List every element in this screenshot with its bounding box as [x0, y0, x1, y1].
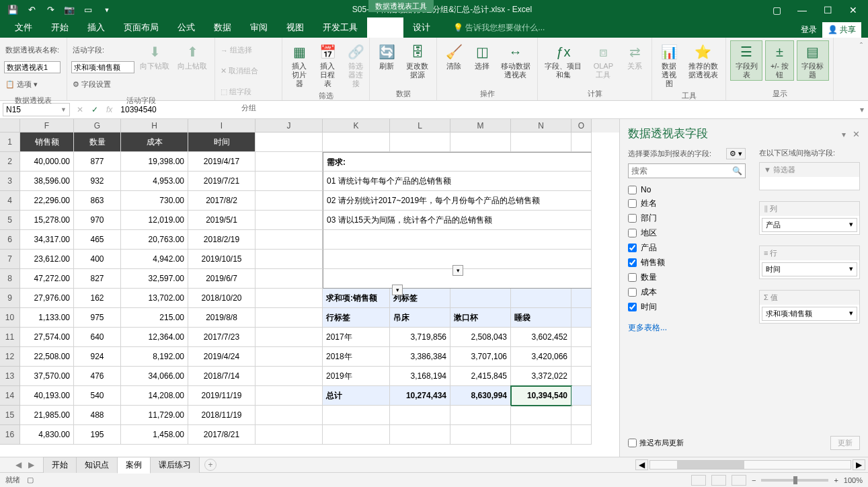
cell[interactable]: 924: [74, 347, 121, 367]
area-val-item[interactable]: 求和项:销售额▾: [762, 307, 857, 321]
cell[interactable]: 863: [74, 191, 121, 211]
insert-slicer-button[interactable]: ▦插入切片器: [286, 40, 312, 89]
select-button[interactable]: ◫选择: [469, 40, 495, 72]
tab-formula[interactable]: 公式: [168, 17, 204, 38]
header-I[interactable]: 时间: [188, 133, 255, 152]
row-header-10[interactable]: 10: [0, 308, 20, 328]
cell[interactable]: 2017/8/21: [188, 425, 255, 445]
pivot-val[interactable]: 2,415,845: [450, 367, 511, 386]
field-产品[interactable]: 产品: [628, 242, 746, 254]
hscroll-right-icon[interactable]: ▶: [853, 459, 865, 470]
pivot-value-label[interactable]: 求和项:销售额: [323, 289, 390, 308]
tell-me[interactable]: 💡 告诉我您想要做什么...: [444, 18, 554, 38]
field-search[interactable]: 🔍: [628, 163, 746, 178]
col-header-N[interactable]: N: [511, 119, 571, 133]
field-地区[interactable]: 地区: [628, 227, 746, 239]
field-search-input[interactable]: [631, 166, 732, 176]
cell[interactable]: 14,208.00: [121, 386, 188, 406]
field-姓名[interactable]: 姓名: [628, 198, 746, 209]
cell[interactable]: [255, 328, 323, 347]
cell[interactable]: 1,133.00: [20, 308, 74, 328]
cell[interactable]: [323, 406, 390, 425]
pivot-val[interactable]: 3,168,194: [390, 367, 450, 386]
minimize-icon[interactable]: —: [790, 3, 814, 17]
cell[interactable]: 2017/8/2: [188, 191, 255, 211]
row-header-8[interactable]: 8: [0, 269, 20, 289]
cell[interactable]: [255, 269, 323, 289]
row-header-13[interactable]: 13: [0, 367, 20, 386]
cell[interactable]: 2018/2/19: [188, 230, 255, 250]
pivot-chart-button[interactable]: 📊数据透视图: [656, 40, 682, 89]
notes-l1[interactable]: 01 请统计每年每个产品的总销售额: [323, 172, 592, 191]
tab-design[interactable]: 设计: [403, 17, 440, 38]
field-settings-button[interactable]: ⚙ 字段设置: [71, 75, 134, 94]
zoom-value[interactable]: 100%: [844, 476, 863, 484]
cell[interactable]: 37,570.00: [20, 367, 74, 386]
cell[interactable]: 12,364.00: [121, 328, 188, 347]
cell[interactable]: 975: [74, 308, 121, 328]
pivot-row-2[interactable]: 2019年: [323, 367, 390, 386]
sheet-tab-1[interactable]: 开始: [43, 457, 77, 473]
confirm-icon[interactable]: ✓: [87, 105, 102, 114]
notes-title[interactable]: 需求:: [323, 152, 592, 172]
ribbon-collapse-icon[interactable]: ˆ: [855, 38, 868, 100]
sheet-tab-3[interactable]: 案例: [117, 457, 151, 474]
cell[interactable]: [255, 250, 323, 269]
cell[interactable]: 932: [74, 172, 121, 191]
row-header-9[interactable]: 9: [0, 289, 20, 308]
cell[interactable]: 34,066.00: [121, 367, 188, 386]
area-columns[interactable]: ‖ 列 产品▾: [759, 201, 860, 235]
cell[interactable]: 13,702.00: [121, 289, 188, 308]
cell[interactable]: 22,296.00: [20, 191, 74, 211]
col-header-H[interactable]: H: [121, 119, 188, 133]
cell[interactable]: 215.00: [121, 308, 188, 328]
pivot-row-1[interactable]: 2018年: [323, 347, 390, 367]
cell[interactable]: 40,000.00: [20, 152, 74, 172]
cell[interactable]: 12,019.00: [121, 211, 188, 230]
cell[interactable]: 730.00: [121, 191, 188, 211]
more-tables-link[interactable]: 更多表格...: [628, 322, 746, 334]
sheet-nav-prev-icon[interactable]: ◀: [13, 460, 24, 470]
view-layout-icon[interactable]: [711, 475, 726, 486]
cell[interactable]: 27,574.00: [20, 328, 74, 347]
cell[interactable]: [390, 406, 450, 425]
cell[interactable]: [511, 289, 571, 308]
cell[interactable]: [255, 386, 323, 406]
login-link[interactable]: 登录: [801, 24, 817, 36]
undo-icon[interactable]: ↶: [24, 3, 39, 17]
share-button[interactable]: 👤 共享: [822, 22, 861, 38]
cell[interactable]: 195: [74, 425, 121, 445]
row-header-1[interactable]: 1: [0, 133, 20, 152]
cell[interactable]: [450, 289, 511, 308]
tab-view[interactable]: 视图: [277, 17, 313, 38]
cell[interactable]: [390, 133, 450, 152]
cell[interactable]: 488: [74, 406, 121, 425]
tab-data[interactable]: 数据: [204, 17, 241, 38]
cell[interactable]: 465: [74, 230, 121, 250]
cell[interactable]: [255, 406, 323, 425]
zoom-in-icon[interactable]: +: [834, 476, 838, 484]
cell[interactable]: [450, 406, 511, 425]
view-normal-icon[interactable]: [691, 475, 706, 486]
cell[interactable]: [255, 425, 323, 445]
cell[interactable]: 877: [74, 152, 121, 172]
sheet-nav-next-icon[interactable]: ▶: [26, 460, 36, 470]
pivot-val[interactable]: 2,508,043: [450, 328, 511, 347]
cell[interactable]: [571, 328, 592, 347]
fields-items-button[interactable]: ƒx字段、项目和集: [542, 40, 585, 81]
area-filters[interactable]: ▼ 筛选器: [759, 162, 860, 190]
cell[interactable]: 27,976.00: [20, 289, 74, 308]
field-成本[interactable]: 成本: [628, 287, 746, 298]
cell[interactable]: 38,596.00: [20, 172, 74, 191]
pivot-val[interactable]: 3,372,022: [511, 367, 571, 386]
row-header-3[interactable]: 3: [0, 172, 20, 191]
cell[interactable]: 2017/7/23: [188, 328, 255, 347]
pivot-total-1[interactable]: 8,630,994: [450, 386, 511, 406]
cell[interactable]: 11,729.00: [121, 406, 188, 425]
view-break-icon[interactable]: [732, 475, 746, 486]
cell[interactable]: [255, 191, 323, 211]
cell[interactable]: 47,272.00: [20, 269, 74, 289]
refresh-button[interactable]: 🔄刷新: [374, 40, 399, 72]
cell[interactable]: 19,398.00: [121, 152, 188, 172]
header-F[interactable]: 销售额: [20, 133, 74, 152]
